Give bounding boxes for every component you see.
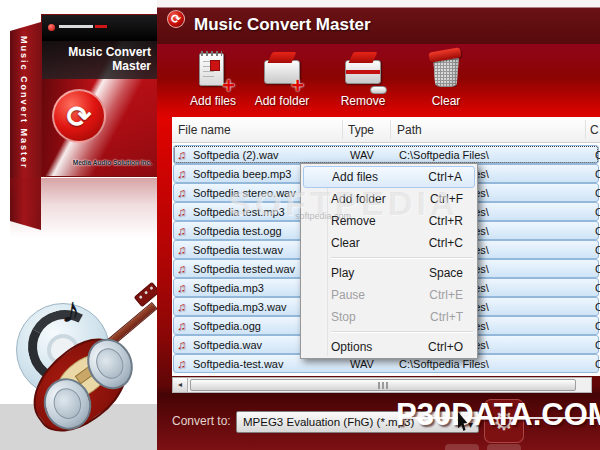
screenshot-stage: Music Convert Master Music Convert Maste… xyxy=(0,0,600,450)
music-note-icon: ♫ xyxy=(177,186,186,200)
music-note-icon: ♫ xyxy=(177,281,186,295)
file-name-cell: Softpedia test.wav xyxy=(193,244,283,256)
box-spine-title: Music Convert Master xyxy=(19,36,29,170)
file-name-cell: Softpedia tested.wav xyxy=(193,263,295,275)
column-path[interactable]: Path xyxy=(397,123,422,137)
remove-icon xyxy=(343,50,383,90)
clear-button[interactable]: Clear xyxy=(407,50,485,108)
music-note-icon: ♫ xyxy=(177,167,186,181)
file-name-cell: Softpedia.mp3.wav xyxy=(193,301,287,313)
extra-cell: C xyxy=(595,301,600,313)
column-type[interactable]: Type xyxy=(348,123,374,137)
add-folder-label: Add folder xyxy=(243,94,321,108)
type-cell: WAV xyxy=(350,358,374,370)
box-title-band: Music Convert Master xyxy=(42,41,157,79)
extra-cell: C xyxy=(595,187,600,199)
clear-label: Clear xyxy=(407,94,485,108)
menu-item-stop: Stop Ctrl+T xyxy=(303,306,475,328)
file-name-cell: Softpedia.ogg xyxy=(193,320,261,332)
brand-logo-icon xyxy=(48,24,55,31)
add-files-button[interactable]: + Add files xyxy=(174,50,252,108)
music-note-icon: ♫ xyxy=(177,262,186,276)
file-name-cell: Softpedia.wav xyxy=(193,339,262,351)
music-note-icon: ♫ xyxy=(177,338,186,352)
app-title: Music Convert Master xyxy=(194,15,371,35)
convert-to-label: Convert to: xyxy=(172,414,231,428)
path-cell: C:\Softpedia Files\ xyxy=(399,358,489,370)
add-folder-button[interactable]: + Add folder xyxy=(243,50,321,108)
add-files-icon: + xyxy=(193,50,233,90)
music-note-icon: ♫ xyxy=(177,319,186,333)
extra-cell: C xyxy=(595,358,600,370)
file-name-cell: Softpedia beep.mp3 xyxy=(193,168,291,180)
extra-cell: C xyxy=(595,282,600,294)
file-name-cell: Softpedia-test.wav xyxy=(193,358,284,370)
menu-separator xyxy=(303,328,475,336)
box-reflection xyxy=(10,178,158,238)
file-name-cell: Softpedia (2).wav xyxy=(193,149,279,161)
music-note-icon: ♫ xyxy=(177,205,186,219)
type-cell: WAV xyxy=(350,149,374,161)
softpedia-url-watermark: softpedia.com xyxy=(295,211,351,221)
site-watermark: P30DATA.COM xyxy=(396,397,600,433)
extra-cell: C xyxy=(595,244,600,256)
box-title-line1: Music Convert xyxy=(42,45,151,59)
column-file-name[interactable]: File name xyxy=(178,123,231,137)
left-panel: Music Convert Master Music Convert Maste… xyxy=(0,0,157,450)
file-name-cell: Softpedia test.ogg xyxy=(193,225,282,237)
menu-item-options[interactable]: Options Ctrl+O xyxy=(303,336,475,358)
table-row[interactable]: ♫ Softpedia (2).wav WAV C:\Softpedia Fil… xyxy=(173,145,599,164)
bottom-button-edge xyxy=(487,444,521,450)
menu-separator xyxy=(303,254,475,262)
scrollbar-grip xyxy=(378,382,388,389)
remove-button[interactable]: Remove xyxy=(324,50,402,108)
box-publisher-text: Media Audio Solution Inc. xyxy=(73,159,152,166)
music-note-icon: ♫ xyxy=(177,243,186,257)
watermark-slit-line xyxy=(400,417,600,419)
menu-item-play[interactable]: Play Space xyxy=(303,262,475,284)
brand-text-bar xyxy=(59,25,93,28)
extra-cell: C xyxy=(595,320,600,332)
swap-arrows-logo-icon: ⟳ xyxy=(52,89,106,143)
box-title-line2: Master xyxy=(42,59,151,74)
brand-accent-bar xyxy=(95,25,107,28)
file-list-header[interactable]: File name Type Path C xyxy=(172,117,600,143)
clear-icon xyxy=(426,50,466,90)
extra-cell: C xyxy=(595,263,600,275)
menu-item-clear[interactable]: Clear Ctrl+C xyxy=(303,232,475,254)
column-extra[interactable]: C xyxy=(590,123,599,137)
product-box-front: Music Convert Master ⟳ Media Audio Solut… xyxy=(41,14,158,177)
extra-cell: C xyxy=(595,225,600,237)
extra-cell: C xyxy=(595,168,600,180)
file-name-cell: Softpedia.mp3 xyxy=(193,282,264,294)
extra-cell: C xyxy=(595,149,600,161)
extra-cell: C xyxy=(595,339,600,351)
horizontal-scrollbar[interactable]: ◂ xyxy=(172,377,592,393)
menu-item-pause: Pause Ctrl+E xyxy=(303,284,475,306)
remove-label: Remove xyxy=(324,94,402,108)
music-note-icon: ♫ xyxy=(177,300,186,314)
box-top-strip xyxy=(42,15,157,41)
extra-cell: C xyxy=(595,206,600,218)
path-cell: C:\Softpedia Files\ xyxy=(399,149,489,161)
output-format-value: MPEG3 Evaluation (FhG) (*.mp3) xyxy=(243,416,414,428)
scrollbar-thumb[interactable] xyxy=(190,379,576,391)
add-files-label: Add files xyxy=(174,94,252,108)
add-folder-icon: + xyxy=(262,50,302,90)
music-note-icon: ♫ xyxy=(177,357,186,371)
music-note-icon: ♫ xyxy=(177,148,186,162)
bottom-button-edge xyxy=(445,444,479,450)
app-logo-icon: ⟳ xyxy=(167,10,185,28)
music-note-icon: ♫ xyxy=(177,224,186,238)
scroll-left-arrow-icon[interactable]: ◂ xyxy=(173,378,188,392)
